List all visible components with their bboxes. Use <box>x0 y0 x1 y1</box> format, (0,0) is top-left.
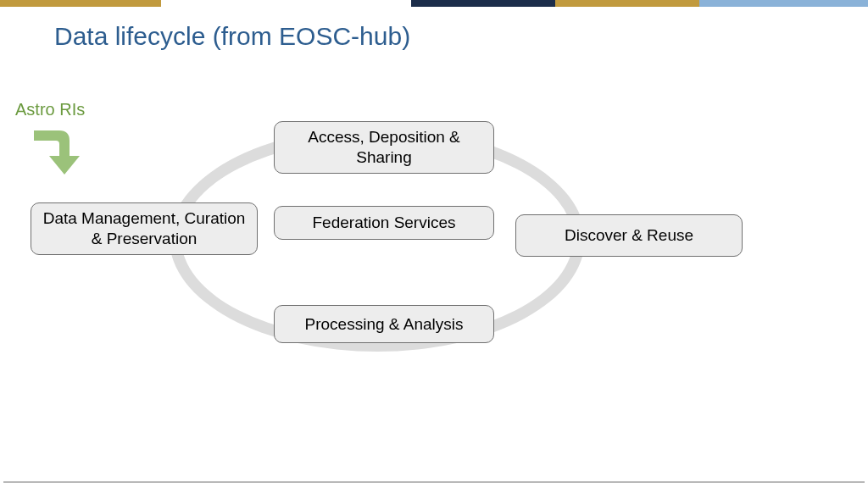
box-federation-services: Federation Services <box>274 206 494 240</box>
lifecycle-diagram: Access, Deposition & Sharing Federation … <box>0 0 868 488</box>
box-discover-reuse: Discover & Reuse <box>515 214 743 257</box>
box-access-deposition-sharing: Access, Deposition & Sharing <box>274 121 494 174</box>
box-label: Discover & Reuse <box>565 225 693 246</box>
box-label: Access, Deposition & Sharing <box>283 127 485 168</box>
box-processing-analysis: Processing & Analysis <box>274 305 494 343</box>
box-label: Data Management, Curation & Preservation <box>40 208 248 249</box>
box-data-management-curation-preservation: Data Management, Curation & Preservation <box>31 202 258 255</box>
box-label: Processing & Analysis <box>305 314 464 335</box>
box-label: Federation Services <box>313 213 456 233</box>
slide: Data lifecycle (from EOSC-hub) Astro RIs… <box>0 0 868 488</box>
footer-divider <box>3 481 865 483</box>
